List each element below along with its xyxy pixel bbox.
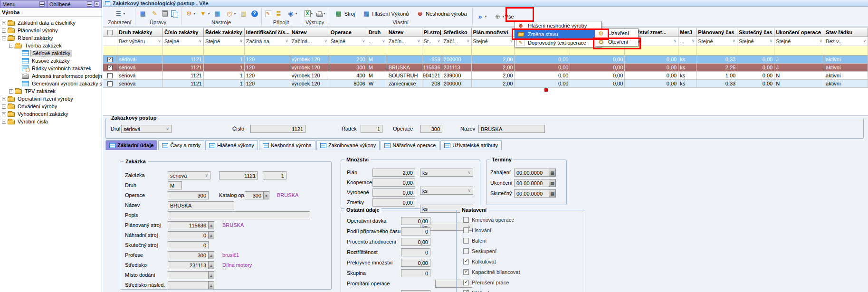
stroj-button[interactable]: ▤Stroj <box>333 9 357 18</box>
new-row-cell[interactable] <box>367 46 387 56</box>
column-header-merj[interactable]: MerJ <box>678 28 696 37</box>
select-all-checkbox[interactable] <box>107 30 113 35</box>
kod-promitnuti-field[interactable]: 0 <box>401 290 430 292</box>
new-row-cell[interactable] <box>204 46 245 56</box>
row-checkbox[interactable] <box>107 65 113 70</box>
tree-expander-icon[interactable]: + <box>2 28 6 33</box>
row-checkbox[interactable] <box>107 57 113 62</box>
sidebar-item-radky-vyrobnich-zakazek[interactable]: Řádky výrobních zakázek <box>0 65 102 72</box>
checkbox-kapacitne-bilancovat[interactable] <box>463 269 469 275</box>
minimize-icon[interactable]: ▬ <box>39 1 45 7</box>
operace-field[interactable]: 300 <box>245 191 264 199</box>
operace-field[interactable]: 300 <box>420 125 442 133</box>
table-row[interactable]: sériová11211120výrobek 120300MBRUSKA1156… <box>103 64 868 72</box>
filter-cell[interactable]: Začí... <box>442 37 472 46</box>
nazev-field[interactable]: BRUSKA <box>478 125 545 133</box>
spin-button[interactable]: ± <box>208 231 214 239</box>
new-row-cell[interactable] <box>290 46 329 56</box>
help-button[interactable]: ? <box>251 10 258 17</box>
tab-zakladni-udaje[interactable]: Základní údaje <box>105 140 157 150</box>
settings-button[interactable]: ⚙▾ <box>185 10 196 18</box>
actions-menu-button[interactable]: »▾ <box>476 13 487 20</box>
new-row-cell[interactable] <box>824 46 868 56</box>
column-header-identifikacni-cis[interactable]: Identifikační čís... <box>245 28 290 37</box>
tree-expander-icon[interactable]: - <box>9 44 13 48</box>
unit-combo[interactable]: ks <box>420 169 473 177</box>
neshodna-vyroba-button[interactable]: ⊗Neshodná výroba <box>414 9 468 18</box>
calendar-icon[interactable]: ▦ <box>549 179 556 187</box>
menu-panel-tab[interactable]: Menu ▬ <box>0 0 47 8</box>
table-row[interactable]: sériová11211120výrobek 120200M8592000002… <box>103 56 868 64</box>
relations-button[interactable]: ▦ <box>213 10 222 18</box>
column-header-planovany-cas[interactable]: Plánovaný čas <box>696 28 737 37</box>
kooperace-field[interactable]: 0,00 <box>372 179 415 187</box>
column-header-ukonceni-operace[interactable]: Ukončení operace <box>774 28 824 37</box>
filter-cell[interactable]: Stejné <box>737 37 774 46</box>
operativni-davka-field[interactable]: 0,00 <box>401 217 430 225</box>
column-header-druh-zakazky[interactable]: Druh zakázky <box>117 28 163 37</box>
tree-expander-icon[interactable]: + <box>2 104 6 109</box>
filter-cell[interactable]: ... <box>367 37 387 46</box>
column-header-cislo-zakazky[interactable]: Číslo zakázky <box>163 28 204 37</box>
new-row-cell[interactable] <box>696 46 737 56</box>
new-record-button[interactable]: ▤ <box>139 10 147 18</box>
columns-button[interactable]: ▥ <box>239 10 248 18</box>
profese-field[interactable]: 300 <box>168 251 209 259</box>
edit-record-button[interactable]: ✎ <box>151 10 159 18</box>
filter-cell[interactable]: Stejné <box>204 37 245 46</box>
checkbox-hlasenky[interactable] <box>463 290 469 292</box>
filter-cell[interactable]: Stejné <box>163 37 204 46</box>
new-row-cell[interactable] <box>387 46 422 56</box>
nahradni-stroj-field[interactable]: 0 <box>168 231 209 239</box>
skutecny-stroj-field[interactable]: 0 <box>168 241 209 249</box>
stredisko-nasled-field[interactable] <box>168 281 209 289</box>
tree-expander-icon[interactable]: + <box>2 112 6 116</box>
tab-uzivatelske-atributy[interactable]: Uživatelské atributy <box>440 140 501 150</box>
zahajeni-date-field[interactable]: 00.00.0000 <box>514 169 549 177</box>
new-row-cell[interactable] <box>737 46 774 56</box>
column-header-pl-stroj[interactable]: Pl.stroj <box>422 28 442 37</box>
table-row[interactable]: sériová11211120výrobek 120400MSOUSTRUH90… <box>103 72 868 80</box>
filter-cell[interactable]: Stejné <box>774 37 824 46</box>
calendar-icon[interactable]: ▦ <box>549 189 556 198</box>
stredisko-field[interactable]: 231113 <box>168 261 209 269</box>
new-row-cell[interactable] <box>472 46 515 56</box>
filter-cell[interactable]: ... <box>678 37 696 46</box>
ukonceni-date-field[interactable]: 00.00.0000 <box>514 179 549 187</box>
print-button[interactable]: ▾ <box>316 11 325 17</box>
new-row-cell[interactable] <box>245 46 290 56</box>
checkbox-kalkulovat[interactable] <box>463 259 469 264</box>
sidebar-item-kusove-zakazky[interactable]: Kusové zakázky <box>0 57 102 65</box>
checkbox-lisovani[interactable] <box>463 227 469 233</box>
new-row-cell[interactable] <box>774 46 824 56</box>
tree-expander-icon[interactable]: - <box>2 36 6 40</box>
unit-combo[interactable]: ks <box>420 187 473 195</box>
filter-cell[interactable]: Bez v... <box>824 37 868 46</box>
calendar-icon[interactable]: ▦ <box>549 169 556 177</box>
radek-field[interactable]: 1 <box>361 125 382 133</box>
column-header-skutecny-cas[interactable]: Skutečný čas <box>737 28 774 37</box>
filter-cell[interactable]: Stejné <box>329 37 367 46</box>
sidebar-item-vyhodnoceni-zakazky[interactable]: +Vyhodnocení zakázky <box>0 110 102 118</box>
misto-dodani-field[interactable] <box>168 271 209 279</box>
tree-expander-icon[interactable]: + <box>9 89 13 94</box>
vyrobene-field[interactable]: 0,00 <box>372 188 415 197</box>
filter-cell[interactable]: Stejné <box>472 37 515 46</box>
filter-cell[interactable]: Začíná na <box>245 37 290 46</box>
tab-zaknihovane-vykony[interactable]: Zaknihované výkony <box>316 140 380 150</box>
column-header-plan-mnozstvi[interactable]: Plán.množství <box>472 28 515 37</box>
sidebar-item-tvorba-zakazek[interactable]: -Tvorba zakázek <box>0 42 102 49</box>
sidebar-item-vyrobni-cisla[interactable]: +Výrobní čísla <box>0 118 102 125</box>
refresh-button[interactable]: ◷▾ <box>225 10 236 18</box>
reference-link[interactable]: brusič1 <box>222 251 239 259</box>
copy-record-button[interactable] <box>171 10 178 17</box>
reference-link[interactable]: BRUSKA <box>222 221 244 229</box>
close-icon[interactable]: ✕ <box>94 1 99 7</box>
sidebar-item-operativni-rizeni-vyroby[interactable]: +Operativní řízení výroby <box>0 95 102 103</box>
sidebar-item-adresna-transformace-prodejni-obj[interactable]: Adresná transformace prodejní obj <box>0 72 102 80</box>
filter-button[interactable]: ▼▾ <box>199 10 210 18</box>
skutecny-date-field[interactable]: 00.00.0000 <box>514 189 549 198</box>
sidebar-item-generovani-vyrobni-zakazky-s-rozp[interactable]: Generování výrobní zakázky s rozp <box>0 80 102 87</box>
new-row-cell[interactable] <box>442 46 472 56</box>
checkbox-kmenova-operace[interactable] <box>463 217 469 223</box>
